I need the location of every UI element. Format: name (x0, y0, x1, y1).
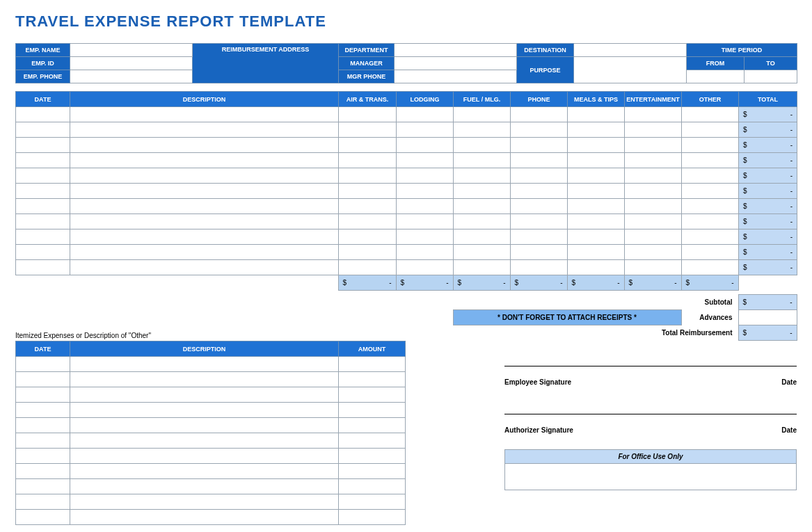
expense-cell[interactable] (568, 199, 625, 214)
expense-cell[interactable] (511, 153, 568, 168)
expense-cell[interactable] (70, 199, 339, 214)
itemized-cell[interactable] (339, 464, 406, 479)
manager-input[interactable] (395, 57, 517, 70)
expense-cell[interactable] (16, 229, 70, 245)
itemized-cell[interactable] (16, 449, 70, 464)
expense-cell[interactable] (454, 138, 511, 153)
purpose-input[interactable] (574, 57, 687, 83)
expense-cell[interactable] (568, 138, 625, 153)
expense-cell[interactable] (625, 260, 682, 275)
expense-cell[interactable] (682, 107, 739, 122)
itemized-cell[interactable] (16, 510, 70, 525)
itemized-cell[interactable] (70, 403, 339, 418)
itemized-cell[interactable] (70, 510, 339, 525)
expense-cell[interactable] (511, 199, 568, 214)
expense-cell[interactable] (397, 168, 454, 184)
expense-cell[interactable] (568, 260, 625, 275)
expense-cell[interactable] (625, 199, 682, 214)
itemized-cell[interactable] (339, 510, 406, 525)
expense-cell[interactable] (454, 199, 511, 214)
itemized-cell[interactable] (339, 418, 406, 433)
itemized-cell[interactable] (339, 433, 406, 449)
itemized-cell[interactable] (16, 387, 70, 403)
expense-cell[interactable] (339, 153, 397, 168)
expense-cell[interactable] (682, 229, 739, 245)
expense-cell[interactable] (625, 138, 682, 153)
expense-cell[interactable] (397, 199, 454, 214)
expense-cell[interactable] (16, 107, 70, 122)
expense-cell[interactable] (397, 229, 454, 245)
to-input[interactable] (745, 70, 797, 83)
mgr-phone-input[interactable] (395, 70, 517, 83)
expense-cell[interactable] (16, 138, 70, 153)
expense-cell[interactable] (682, 184, 739, 199)
expense-cell[interactable] (16, 245, 70, 260)
expense-cell[interactable] (625, 153, 682, 168)
expense-cell[interactable] (511, 245, 568, 260)
expense-cell[interactable] (682, 260, 739, 275)
expense-cell[interactable] (454, 122, 511, 138)
expense-cell[interactable] (454, 153, 511, 168)
expense-cell[interactable] (682, 199, 739, 214)
expense-cell[interactable] (568, 229, 625, 245)
expense-cell[interactable] (397, 138, 454, 153)
authorizer-signature-line[interactable] (504, 414, 797, 426)
expense-cell[interactable] (16, 122, 70, 138)
expense-cell[interactable] (454, 214, 511, 229)
department-input[interactable] (395, 44, 517, 57)
expense-cell[interactable] (339, 184, 397, 199)
expense-cell[interactable] (339, 122, 397, 138)
expense-cell[interactable] (454, 168, 511, 184)
itemized-cell[interactable] (70, 372, 339, 387)
expense-cell[interactable] (625, 168, 682, 184)
itemized-cell[interactable] (16, 433, 70, 449)
from-input[interactable] (687, 70, 745, 83)
expense-cell[interactable] (339, 260, 397, 275)
expense-cell[interactable] (568, 107, 625, 122)
expense-cell[interactable] (682, 168, 739, 184)
expense-cell[interactable] (397, 214, 454, 229)
itemized-cell[interactable] (70, 357, 339, 372)
expense-cell[interactable] (339, 138, 397, 153)
expense-cell[interactable] (397, 107, 454, 122)
expense-cell[interactable] (70, 153, 339, 168)
itemized-cell[interactable] (16, 464, 70, 479)
expense-cell[interactable] (682, 138, 739, 153)
expense-cell[interactable] (625, 229, 682, 245)
expense-cell[interactable] (70, 122, 339, 138)
expense-cell[interactable] (454, 107, 511, 122)
expense-cell[interactable] (339, 168, 397, 184)
itemized-cell[interactable] (16, 357, 70, 372)
expense-cell[interactable] (70, 107, 339, 122)
expense-cell[interactable] (511, 229, 568, 245)
itemized-cell[interactable] (16, 418, 70, 433)
itemized-cell[interactable] (70, 479, 339, 494)
expense-cell[interactable] (568, 214, 625, 229)
expense-cell[interactable] (454, 229, 511, 245)
expense-cell[interactable] (70, 260, 339, 275)
expense-cell[interactable] (568, 245, 625, 260)
expense-cell[interactable] (625, 245, 682, 260)
expense-cell[interactable] (625, 214, 682, 229)
itemized-cell[interactable] (70, 418, 339, 433)
expense-cell[interactable] (511, 168, 568, 184)
employee-signature-line[interactable] (504, 366, 797, 378)
expense-cell[interactable] (16, 184, 70, 199)
itemized-cell[interactable] (16, 494, 70, 510)
expense-cell[interactable] (511, 107, 568, 122)
expense-cell[interactable] (70, 245, 339, 260)
expense-cell[interactable] (339, 107, 397, 122)
expense-cell[interactable] (339, 245, 397, 260)
expense-cell[interactable] (339, 229, 397, 245)
expense-cell[interactable] (16, 199, 70, 214)
expense-cell[interactable] (454, 260, 511, 275)
expense-cell[interactable] (511, 214, 568, 229)
expense-cell[interactable] (339, 214, 397, 229)
expense-cell[interactable] (70, 214, 339, 229)
expense-cell[interactable] (16, 214, 70, 229)
emp-name-input[interactable] (70, 44, 193, 57)
expense-cell[interactable] (682, 153, 739, 168)
itemized-cell[interactable] (339, 403, 406, 418)
expense-cell[interactable] (454, 184, 511, 199)
itemized-cell[interactable] (70, 449, 339, 464)
